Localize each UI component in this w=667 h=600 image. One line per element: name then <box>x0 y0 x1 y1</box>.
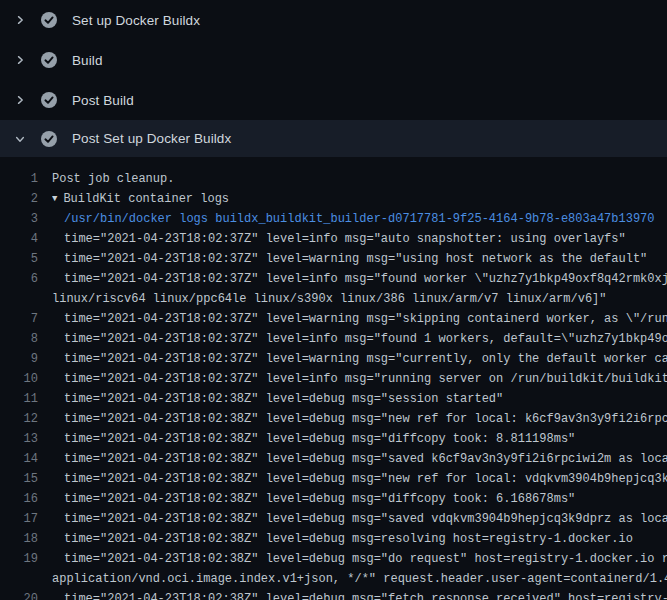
log-line-text: time="2021-04-23T18:02:38Z" level=debug … <box>64 469 667 489</box>
log-line-text: time="2021-04-23T18:02:38Z" level=debug … <box>64 489 575 509</box>
log-line-text: time="2021-04-23T18:02:37Z" level=info m… <box>64 269 667 289</box>
log-line-number[interactable]: 13 <box>0 429 44 449</box>
log-line-number[interactable]: 20 <box>0 589 44 600</box>
workflow-job-log-panel: Set up Docker Buildx Build P <box>0 0 667 600</box>
log-line-number <box>0 569 44 589</box>
log-line-number[interactable]: 17 <box>0 509 44 529</box>
chevron-right-icon[interactable] <box>8 54 32 66</box>
job-steps-list: Set up Docker Buildx Build P <box>0 0 667 157</box>
check-circle-icon <box>36 51 62 69</box>
check-circle-icon <box>36 11 62 29</box>
log-line-number[interactable]: 4 <box>0 229 44 249</box>
step-label: Set up Docker Buildx <box>72 13 200 28</box>
log-line: 11 time="2021-04-23T18:02:38Z" level=deb… <box>0 389 667 409</box>
log-line: 14 time="2021-04-23T18:02:38Z" level=deb… <box>0 449 667 469</box>
log-line: 12 time="2021-04-23T18:02:38Z" level=deb… <box>0 409 667 429</box>
log-line-text: linux/riscv64 linux/ppc64le linux/s390x … <box>52 289 607 309</box>
chevron-right-icon[interactable] <box>8 94 32 106</box>
log-line-text: time="2021-04-23T18:02:38Z" level=debug … <box>64 509 667 529</box>
check-circle-icon <box>36 91 62 109</box>
log-line: 20 time="2021-04-23T18:02:38Z" level=deb… <box>0 589 667 600</box>
log-line-number[interactable]: 10 <box>0 369 44 389</box>
log-group-title[interactable]: BuildKit container logs <box>63 192 229 206</box>
log-line-number[interactable]: 16 <box>0 489 44 509</box>
check-circle-icon <box>36 130 62 148</box>
log-line-number[interactable]: 19 <box>0 549 44 569</box>
log-line-text: time="2021-04-23T18:02:37Z" level=info m… <box>64 369 667 389</box>
log-line: 16 time="2021-04-23T18:02:38Z" level=deb… <box>0 489 667 509</box>
step-label: Post Build <box>72 93 134 108</box>
step-row-build[interactable]: Build <box>0 40 667 80</box>
log-line-text: time="2021-04-23T18:02:37Z" level=info m… <box>64 229 626 249</box>
log-line: 15 time="2021-04-23T18:02:38Z" level=deb… <box>0 469 667 489</box>
log-line: 1 Post job cleanup. <box>0 169 667 189</box>
log-line: 10 time="2021-04-23T18:02:37Z" level=inf… <box>0 369 667 389</box>
log-line: 4 time="2021-04-23T18:02:37Z" level=info… <box>0 229 667 249</box>
log-line-number[interactable]: 18 <box>0 529 44 549</box>
log-line-number[interactable]: 11 <box>0 389 44 409</box>
log-line-text: time="2021-04-23T18:02:37Z" level=warnin… <box>64 309 667 329</box>
log-line-number[interactable]: 9 <box>0 349 44 369</box>
log-line: 2 ▼BuildKit container logs <box>0 189 667 209</box>
log-line-number[interactable]: 5 <box>0 249 44 269</box>
log-line-text: ▼BuildKit container logs <box>52 189 229 209</box>
log-line-text: /usr/bin/docker logs buildx_buildkit_bui… <box>64 209 655 229</box>
log-line-text: time="2021-04-23T18:02:38Z" level=debug … <box>64 429 575 449</box>
step-row-set-up-docker-buildx[interactable]: Set up Docker Buildx <box>0 0 667 40</box>
log-line-text: time="2021-04-23T18:02:38Z" level=debug … <box>64 409 667 429</box>
log-line: 8 time="2021-04-23T18:02:37Z" level=info… <box>0 329 667 349</box>
log-line: 5 time="2021-04-23T18:02:37Z" level=warn… <box>0 249 667 269</box>
group-expander-icon[interactable]: ▼ <box>52 189 57 209</box>
log-line: 6 time="2021-04-23T18:02:37Z" level=info… <box>0 269 667 289</box>
step-label: Build <box>72 53 103 68</box>
log-line: application/vnd.oci.image.index.v1+json,… <box>0 569 667 589</box>
log-line-text: time="2021-04-23T18:02:37Z" level=warnin… <box>64 249 647 269</box>
log-line: 9 time="2021-04-23T18:02:37Z" level=warn… <box>0 349 667 369</box>
log-line: 7 time="2021-04-23T18:02:37Z" level=warn… <box>0 309 667 329</box>
log-line-text: time="2021-04-23T18:02:38Z" level=debug … <box>64 589 667 600</box>
step-label: Post Set up Docker Buildx <box>72 131 231 146</box>
log-line-text: time="2021-04-23T18:02:38Z" level=debug … <box>64 449 667 469</box>
step-log-output: 1 Post job cleanup. 2 ▼BuildKit containe… <box>0 157 667 600</box>
log-line-text: time="2021-04-23T18:02:37Z" level=warnin… <box>64 349 667 369</box>
log-line: 17 time="2021-04-23T18:02:38Z" level=deb… <box>0 509 667 529</box>
log-line-number[interactable]: 1 <box>0 169 44 189</box>
log-line-text: Post job cleanup. <box>52 169 174 189</box>
log-line-number[interactable]: 3 <box>0 209 44 229</box>
log-line-text: time="2021-04-23T18:02:37Z" level=info m… <box>64 329 667 349</box>
log-line-text: application/vnd.oci.image.index.v1+json,… <box>52 569 667 589</box>
log-line: 13 time="2021-04-23T18:02:38Z" level=deb… <box>0 429 667 449</box>
chevron-down-icon[interactable] <box>8 133 32 145</box>
log-line: linux/riscv64 linux/ppc64le linux/s390x … <box>0 289 667 309</box>
log-line-text: time="2021-04-23T18:02:38Z" level=debug … <box>64 389 503 409</box>
log-line: 18 time="2021-04-23T18:02:38Z" level=deb… <box>0 529 667 549</box>
log-line-number[interactable]: 7 <box>0 309 44 329</box>
step-row-post-build[interactable]: Post Build <box>0 80 667 120</box>
chevron-right-icon[interactable] <box>8 14 32 26</box>
log-line-number[interactable]: 12 <box>0 409 44 429</box>
log-line-number[interactable]: 14 <box>0 449 44 469</box>
log-line-number[interactable]: 6 <box>0 269 44 289</box>
log-line-number[interactable]: 8 <box>0 329 44 349</box>
log-line: 19 time="2021-04-23T18:02:38Z" level=deb… <box>0 549 667 569</box>
log-line: 3 /usr/bin/docker logs buildx_buildkit_b… <box>0 209 667 229</box>
log-line-number[interactable]: 15 <box>0 469 44 489</box>
log-line-text: time="2021-04-23T18:02:38Z" level=debug … <box>64 529 633 549</box>
log-line-text: time="2021-04-23T18:02:38Z" level=debug … <box>64 549 667 569</box>
log-line-number[interactable]: 2 <box>0 189 44 209</box>
log-line-number <box>0 289 44 309</box>
step-row-post-set-up-docker-buildx[interactable]: Post Set up Docker Buildx <box>0 120 667 157</box>
